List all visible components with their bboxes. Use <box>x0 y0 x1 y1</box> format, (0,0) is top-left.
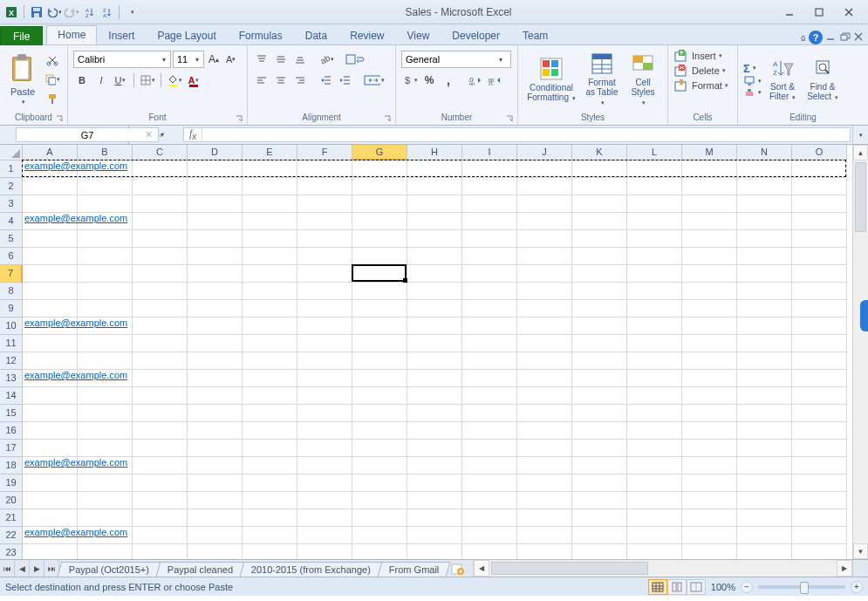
cell[interactable] <box>78 440 133 457</box>
cell[interactable] <box>682 195 737 213</box>
cell[interactable] <box>627 509 682 527</box>
cell[interactable] <box>188 283 243 300</box>
cell[interactable] <box>188 475 243 492</box>
cell[interactable] <box>627 318 682 335</box>
cell[interactable] <box>352 492 407 509</box>
cell[interactable] <box>407 492 462 509</box>
cell[interactable] <box>352 544 407 559</box>
cell[interactable] <box>297 492 352 509</box>
ribbon-tab-insert[interactable]: Insert <box>97 25 146 44</box>
cell[interactable] <box>462 492 517 509</box>
cell[interactable] <box>297 160 352 178</box>
column-header[interactable]: F <box>297 145 352 160</box>
sheet-tab[interactable]: Paypal (Oct2015+) <box>58 562 161 577</box>
cell[interactable] <box>188 248 243 265</box>
row-header[interactable]: 8 <box>0 283 23 300</box>
cell[interactable] <box>682 230 737 248</box>
column-header[interactable]: L <box>627 145 682 160</box>
cell[interactable] <box>462 230 517 248</box>
row-header[interactable]: 17 <box>0 440 23 457</box>
name-box[interactable]: ▾ <box>0 126 129 144</box>
cell[interactable] <box>792 387 847 405</box>
number-launcher[interactable] <box>505 114 514 123</box>
cell[interactable] <box>792 352 847 370</box>
column-headers[interactable]: ABCDEFGHIJKLMNO <box>23 145 852 160</box>
cell[interactable] <box>407 387 462 405</box>
cell[interactable] <box>133 248 188 265</box>
cell[interactable] <box>627 300 682 318</box>
cell[interactable] <box>517 422 572 440</box>
cell[interactable] <box>462 300 517 318</box>
cell[interactable] <box>23 300 78 318</box>
cell[interactable] <box>737 318 792 335</box>
cell[interactable] <box>462 265 517 283</box>
cell[interactable] <box>297 370 352 387</box>
cell[interactable] <box>297 527 352 544</box>
cell[interactable] <box>572 370 627 387</box>
cell[interactable] <box>243 195 297 213</box>
cell[interactable] <box>737 230 792 248</box>
find-select-button[interactable]: Find &Select ▾ <box>803 56 842 104</box>
cell[interactable] <box>297 300 352 318</box>
cell[interactable] <box>572 440 627 457</box>
cell[interactable] <box>352 213 407 230</box>
cell[interactable] <box>627 213 682 230</box>
cell[interactable] <box>572 509 627 527</box>
cell[interactable] <box>78 509 133 527</box>
cell[interactable] <box>462 248 517 265</box>
cell[interactable] <box>133 300 188 318</box>
cell[interactable] <box>352 352 407 370</box>
help-icon[interactable]: ? <box>809 31 823 44</box>
cell[interactable] <box>517 265 572 283</box>
cell[interactable] <box>517 160 572 178</box>
merge-center-icon[interactable]: ▾ <box>363 72 386 89</box>
column-header[interactable]: M <box>682 145 737 160</box>
insert-sheet-icon[interactable] <box>448 560 468 577</box>
cell[interactable] <box>682 318 737 335</box>
cell[interactable] <box>627 230 682 248</box>
cell[interactable] <box>188 422 243 440</box>
cell[interactable] <box>572 492 627 509</box>
cell[interactable] <box>188 178 243 195</box>
cell[interactable] <box>188 335 243 352</box>
cell[interactable] <box>682 422 737 440</box>
cell[interactable] <box>517 475 572 492</box>
cell[interactable] <box>792 544 847 559</box>
cell[interactable] <box>23 422 78 440</box>
cell[interactable] <box>407 213 462 230</box>
cell[interactable] <box>133 318 188 335</box>
cell[interactable] <box>627 178 682 195</box>
cell[interactable] <box>572 265 627 283</box>
row-header[interactable]: 20 <box>0 492 23 509</box>
window-minimize-icon[interactable] <box>826 32 837 43</box>
cell[interactable] <box>627 335 682 352</box>
select-all-button[interactable] <box>0 145 23 160</box>
row-header[interactable]: 13 <box>0 370 23 387</box>
cell[interactable] <box>352 283 407 300</box>
cell[interactable] <box>462 213 517 230</box>
cell[interactable] <box>243 248 297 265</box>
cell[interactable] <box>407 422 462 440</box>
ribbon-tab-page-layout[interactable]: Page Layout <box>146 25 227 44</box>
increase-font-icon[interactable]: A▴ <box>206 51 222 68</box>
cell[interactable] <box>243 422 297 440</box>
cell[interactable] <box>352 457 407 475</box>
cell[interactable] <box>297 352 352 370</box>
cell[interactable] <box>407 352 462 370</box>
cell[interactable] <box>407 335 462 352</box>
hyperlink-cell[interactable]: example@example.com <box>24 457 127 468</box>
borders-icon[interactable]: ▾ <box>139 72 156 89</box>
cell[interactable] <box>243 527 297 544</box>
row-header[interactable]: 12 <box>0 352 23 370</box>
formula-input[interactable] <box>202 130 850 140</box>
column-header[interactable]: J <box>517 145 572 160</box>
comma-icon[interactable]: , <box>440 72 457 89</box>
cell[interactable] <box>352 370 407 387</box>
hyperlink-cell[interactable]: example@example.com <box>24 213 127 223</box>
save-icon[interactable] <box>29 4 44 20</box>
cell[interactable] <box>682 509 737 527</box>
ribbon-tab-team[interactable]: Team <box>511 25 559 44</box>
ribbon-tab-home[interactable]: Home <box>46 25 97 44</box>
cell[interactable] <box>737 370 792 387</box>
cell[interactable] <box>133 457 188 475</box>
